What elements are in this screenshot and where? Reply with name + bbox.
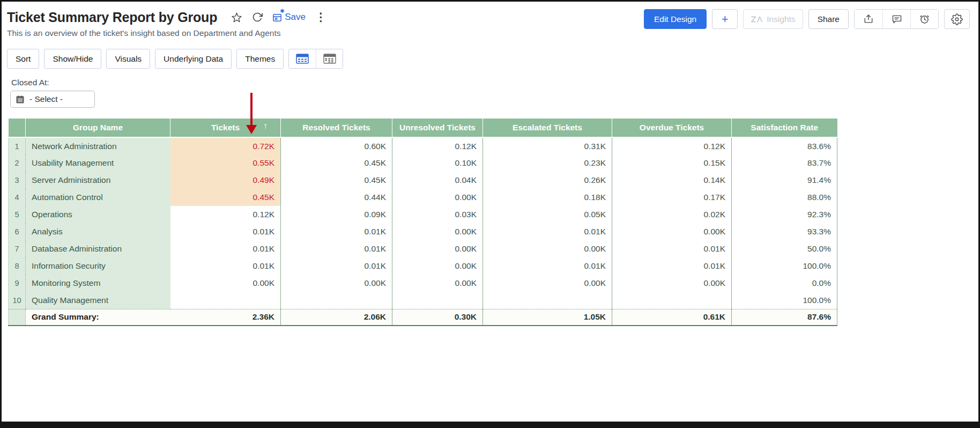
row-number: 5: [9, 206, 26, 223]
group-name-cell: Server Administration: [26, 172, 170, 189]
resolved-cell: 0.09K: [281, 206, 392, 223]
pivot-view-button[interactable]: [316, 49, 343, 68]
column-header-resolved-tickets[interactable]: Resolved Tickets: [281, 119, 392, 137]
group-name-cell: Database Administration: [26, 240, 170, 257]
tickets-cell: 0.55K: [170, 154, 281, 172]
tickets-cell: 0.01K: [170, 223, 281, 240]
add-button[interactable]: +: [712, 9, 738, 29]
satisfaction-cell: 50.0%: [732, 240, 837, 257]
insights-button[interactable]: Insights: [743, 9, 803, 29]
report-icon-group: [854, 9, 939, 29]
resolved-cell: 0.00K: [281, 275, 392, 292]
tickets-cell: 0.00K: [170, 275, 281, 292]
title-icons: ✱ Save ⋮: [231, 12, 326, 23]
row-number: 8: [9, 257, 26, 275]
export-button[interactable]: [855, 10, 882, 28]
calendar-icon: [16, 95, 25, 104]
export-icon: [863, 14, 874, 25]
comment-button[interactable]: [882, 10, 910, 28]
table-view-button[interactable]: [289, 49, 316, 68]
sort-ascending-icon[interactable]: ↑: [263, 121, 268, 131]
underlying-data-button[interactable]: Underlying Data: [155, 49, 232, 69]
satisfaction-cell: 83.6%: [732, 137, 837, 154]
star-icon: [231, 12, 242, 23]
satisfaction-cell: 100.0%: [732, 257, 837, 275]
table-row: 2 Usability Management 0.55K 0.45K 0.10K…: [9, 154, 837, 172]
view-switcher: [288, 49, 343, 69]
row-number: 6: [9, 223, 26, 240]
escalated-cell: 0.00K: [483, 240, 612, 257]
kebab-icon: ⋮: [315, 12, 326, 23]
date-filter-select[interactable]: - Select -: [10, 91, 95, 108]
tickets-cell: 0.72K: [170, 137, 281, 154]
favorite-button[interactable]: [231, 12, 242, 23]
refresh-icon: [252, 12, 263, 23]
unresolved-cell: 0.00K: [392, 275, 483, 292]
summary-unresolved: 0.30K: [392, 309, 483, 326]
gear-icon: [951, 13, 963, 25]
save-button[interactable]: ✱ Save: [272, 12, 306, 23]
window-frame: Ticket Summary Report by Group ✱ Save ⋮: [0, 0, 980, 428]
overdue-cell: 0.01K: [612, 257, 732, 275]
row-number: 10: [9, 292, 26, 309]
visuals-button[interactable]: Visuals: [106, 49, 150, 69]
escalated-cell: 0.01K: [483, 257, 612, 275]
column-header-unresolved-tickets[interactable]: Unresolved Tickets: [392, 119, 483, 137]
unresolved-cell: 0.00K: [392, 189, 483, 206]
column-header-tickets-label: Tickets: [211, 123, 240, 132]
column-header-escalated-tickets[interactable]: Escalated Tickets: [483, 119, 612, 137]
header-row: Group Name Tickets↑ Resolved Tickets Unr…: [9, 119, 837, 137]
resolved-cell: 0.44K: [281, 189, 392, 206]
satisfaction-cell: 100.0%: [732, 292, 837, 309]
overdue-cell: 0.02K: [612, 206, 732, 223]
group-name-cell: Network Administration: [26, 137, 170, 154]
show-hide-button[interactable]: Show/Hide: [44, 49, 101, 69]
group-name-cell: Information Security: [26, 257, 170, 275]
page-title: Ticket Summary Report by Group: [7, 8, 217, 26]
overdue-cell: 0.17K: [612, 189, 732, 206]
more-options-button[interactable]: ⋮: [315, 12, 326, 23]
report-table: Group Name Tickets↑ Resolved Tickets Unr…: [8, 119, 837, 326]
overdue-cell: 0.01K: [612, 240, 732, 257]
tickets-cell: 0.12K: [170, 206, 281, 223]
group-name-cell: Quality Management: [26, 292, 170, 309]
plus-icon: +: [722, 12, 729, 26]
group-name-cell: Automation Control: [26, 189, 170, 206]
escalated-cell: 0.00K: [483, 275, 612, 292]
themes-button[interactable]: Themes: [236, 49, 284, 69]
summary-label: Grand Summary:: [26, 309, 170, 326]
column-header-overdue-tickets[interactable]: Overdue Tickets: [612, 119, 732, 137]
refresh-button[interactable]: [252, 12, 263, 23]
edit-design-button[interactable]: Edit Design: [644, 9, 707, 29]
comment-icon: [892, 14, 902, 25]
resolved-cell: 0.45K: [281, 154, 392, 172]
settings-button[interactable]: [944, 9, 970, 29]
resolved-cell: 0.01K: [281, 257, 392, 275]
overdue-cell: 0.00K: [612, 223, 732, 240]
summary-overdue: 0.61K: [612, 309, 732, 326]
column-header-tickets[interactable]: Tickets↑: [170, 119, 281, 137]
insights-label: Insights: [767, 14, 795, 24]
sort-button[interactable]: Sort: [7, 49, 39, 69]
tickets-cell: 0.01K: [170, 240, 281, 257]
tickets-cell: 0.01K: [170, 257, 281, 275]
share-button[interactable]: Share: [808, 9, 849, 29]
summary-resolved: 2.06K: [281, 309, 392, 326]
row-number: 4: [9, 189, 26, 206]
unresolved-cell: 0.00K: [392, 257, 483, 275]
resolved-cell: 0.60K: [281, 137, 392, 154]
summary-escalated: 1.05K: [483, 309, 612, 326]
overdue-cell: 0.00K: [612, 275, 732, 292]
row-number: 1: [9, 137, 26, 154]
overdue-cell: 0.12K: [612, 137, 732, 154]
row-number: 2: [9, 154, 26, 172]
column-header-group-name[interactable]: Group Name: [26, 119, 170, 137]
resolved-cell: 0.45K: [281, 172, 392, 189]
satisfaction-cell: 0.0%: [732, 275, 837, 292]
group-name-cell: Monitoring System: [26, 275, 170, 292]
escalated-cell: 0.18K: [483, 189, 612, 206]
title-row: Ticket Summary Report by Group ✱ Save ⋮: [7, 8, 326, 26]
schedule-alert-button[interactable]: [910, 10, 938, 28]
column-header-satisfaction-rate[interactable]: Satisfaction Rate: [732, 119, 837, 137]
row-number: 7: [9, 240, 26, 257]
